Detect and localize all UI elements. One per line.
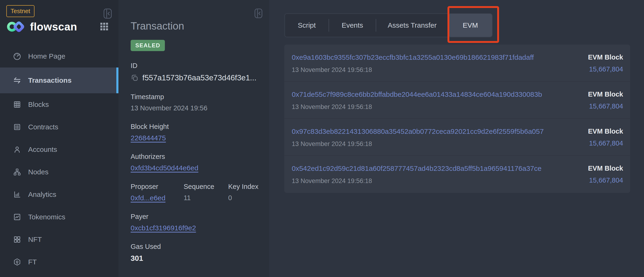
evm-tx-hash-link[interactable]: 0x71de55c7f989c8ce6bb2bffabdbe2044ee6a01… bbox=[292, 90, 542, 98]
sidebar-item-label: Contracts bbox=[28, 123, 58, 131]
transfer-arrows-icon bbox=[13, 76, 22, 85]
sidebar-item-label: FT bbox=[28, 258, 37, 266]
evm-block-number-link[interactable]: 15,667,804 bbox=[588, 65, 623, 73]
field-gas-used: Gas Used 301 bbox=[131, 243, 260, 263]
evm-tx-timestamp: 13 November 2024 19:56:18 bbox=[292, 103, 542, 111]
field-label: Timestamp bbox=[131, 93, 260, 101]
transaction-panel: Transaction SEALED ID f557a1573b76aa53e7… bbox=[118, 0, 269, 277]
evm-tx-timestamp: 13 November 2024 19:56:18 bbox=[292, 140, 544, 148]
field-id: ID f557a1573b76aa53e73d46f3e1... bbox=[131, 62, 260, 82]
brand-name: flowscan bbox=[30, 20, 77, 33]
copy-icon[interactable] bbox=[131, 74, 138, 82]
main-content: Script Events Assets Transfer EVM 0xe9a1… bbox=[269, 0, 644, 277]
field-block-height: Block Height 226844475 bbox=[131, 123, 260, 142]
evm-block-label: EVM Block bbox=[588, 165, 623, 172]
sidebar-item-label: Blocks bbox=[28, 101, 49, 108]
evm-transaction-row: 0xe9a1603bc9355fc307b23eccfb3bfc1a3255a0… bbox=[284, 44, 630, 82]
field-label: Payer bbox=[131, 213, 260, 221]
field-label: Key Index bbox=[228, 183, 258, 191]
sidebar-item-label: Tokenomics bbox=[28, 213, 65, 221]
table-grid-icon bbox=[13, 100, 22, 109]
sidebar-item-accounts[interactable]: Accounts bbox=[0, 138, 118, 161]
field-proposer-row: Proposer 0xfd...e6ed Sequence 11 Key Ind… bbox=[131, 183, 260, 202]
sidebar-item-label: Analytics bbox=[28, 191, 56, 199]
sidebar-item-label: Nodes bbox=[28, 168, 48, 176]
bar-chart-icon bbox=[13, 190, 22, 199]
evm-transactions-card: 0xe9a1603bc9355fc307b23eccfb3bfc1a3255a0… bbox=[284, 44, 630, 193]
authorizer-link[interactable]: 0xfd3b4cd50d44e6ed bbox=[131, 164, 260, 172]
transaction-id-value: f557a1573b76aa53e73d46f3e1... bbox=[142, 73, 256, 82]
sidebar-item-ft[interactable]: FT bbox=[0, 251, 118, 273]
field-label: ID bbox=[131, 62, 260, 70]
evm-block-label: EVM Block bbox=[588, 90, 623, 98]
line-chart-icon bbox=[13, 213, 22, 222]
tab-script[interactable]: Script bbox=[285, 14, 328, 37]
page-title: Transaction bbox=[131, 20, 260, 32]
flowscan-app: Testnet bbox=[0, 0, 644, 277]
evm-block-label: EVM Block bbox=[588, 127, 623, 135]
sidebar-item-nft[interactable]: NFT bbox=[0, 228, 118, 251]
sidebar-item-label: NFT bbox=[28, 236, 42, 244]
field-label: Sequence bbox=[184, 183, 228, 191]
sidebar-item-analytics[interactable]: Analytics bbox=[0, 183, 118, 206]
field-authorizers: Authorizers 0xfd3b4cd50d44e6ed bbox=[131, 153, 260, 172]
apps-grid-icon[interactable] bbox=[100, 23, 108, 30]
tab-evm[interactable]: EVM bbox=[449, 14, 492, 37]
brand[interactable]: flowscan bbox=[6, 20, 77, 33]
evm-block-label: EVM Block bbox=[588, 53, 623, 61]
sidebar-item-contracts[interactable]: Contracts bbox=[0, 116, 118, 138]
sequence-value: 11 bbox=[184, 194, 228, 202]
evm-tx-timestamp: 13 November 2024 19:56:18 bbox=[292, 177, 542, 185]
four-squares-icon bbox=[13, 235, 22, 244]
field-payer: Payer 0xcb1cf3196916f9e2 bbox=[131, 213, 260, 232]
sidebar-nav: Home Page Transactions Blo bbox=[0, 45, 118, 273]
tab-events[interactable]: Events bbox=[329, 14, 376, 37]
sidebar-item-tokenomics[interactable]: Tokenomics bbox=[0, 206, 118, 228]
contract-doc-icon bbox=[13, 123, 22, 131]
evm-block-number-link[interactable]: 15,667,804 bbox=[588, 139, 623, 147]
key-index-value: 0 bbox=[228, 194, 258, 202]
block-height-link[interactable]: 226844475 bbox=[131, 134, 260, 142]
payer-link[interactable]: 0xcb1cf3196916f9e2 bbox=[131, 224, 260, 232]
evm-block-number-link[interactable]: 15,667,804 bbox=[588, 102, 623, 110]
field-timestamp: Timestamp 13 November 2024 19:56 bbox=[131, 93, 260, 112]
collapse-panel-icon[interactable] bbox=[254, 8, 262, 18]
evm-tx-hash-link[interactable]: 0x97c83d3eb8221431306880a35452a0b0772cec… bbox=[292, 127, 544, 135]
proposer-link[interactable]: 0xfd...e6ed bbox=[131, 194, 184, 202]
sidebar-item-home-page[interactable]: Home Page bbox=[0, 45, 118, 67]
tab-bar: Script Events Assets Transfer EVM bbox=[284, 13, 492, 37]
token-cube-icon bbox=[13, 258, 22, 267]
tab-assets-transfer[interactable]: Assets Transfer bbox=[376, 14, 448, 37]
evm-block-number-link[interactable]: 15,667,804 bbox=[588, 176, 623, 184]
evm-tx-timestamp: 13 November 2024 19:56:18 bbox=[292, 66, 534, 74]
person-icon bbox=[13, 145, 22, 154]
evm-transaction-row: 0x71de55c7f989c8ce6bb2bffabdbe2044ee6a01… bbox=[284, 82, 630, 119]
field-label: Gas Used bbox=[131, 243, 260, 251]
sidebar-item-label: Accounts bbox=[28, 146, 57, 154]
hierarchy-icon bbox=[13, 168, 22, 176]
collapse-sidebar-icon[interactable] bbox=[104, 8, 112, 19]
network-badge: Testnet bbox=[6, 5, 34, 17]
evm-tx-hash-link[interactable]: 0xe9a1603bc9355fc307b23eccfb3bfc1a3255a0… bbox=[292, 53, 534, 61]
gauge-icon bbox=[13, 52, 22, 61]
flowscan-logo-icon bbox=[6, 20, 25, 33]
evm-transaction-row: 0x97c83d3eb8221431306880a35452a0b0772cec… bbox=[284, 119, 630, 156]
sidebar-item-transactions[interactable]: Transactions bbox=[0, 67, 118, 93]
sidebar-item-nodes[interactable]: Nodes bbox=[0, 161, 118, 183]
sidebar-item-blocks[interactable]: Blocks bbox=[0, 93, 118, 116]
evm-transaction-row: 0x542ed1c92d59c21d81a60f258777457ad4b232… bbox=[284, 156, 630, 193]
status-badge: SEALED bbox=[131, 40, 165, 51]
active-item-accent-bar bbox=[116, 67, 118, 93]
sidebar: Testnet bbox=[0, 0, 118, 277]
field-label: Authorizers bbox=[131, 153, 260, 161]
evm-tx-hash-link[interactable]: 0x542ed1c92d59c21d81a60f258777457ad4b232… bbox=[292, 165, 542, 173]
sidebar-item-label: Transactions bbox=[28, 76, 72, 84]
field-label: Block Height bbox=[131, 123, 260, 131]
timestamp-value: 13 November 2024 19:56 bbox=[131, 104, 260, 112]
gas-used-value: 301 bbox=[131, 254, 260, 263]
field-label: Proposer bbox=[131, 183, 184, 191]
sidebar-item-label: Home Page bbox=[28, 52, 65, 60]
